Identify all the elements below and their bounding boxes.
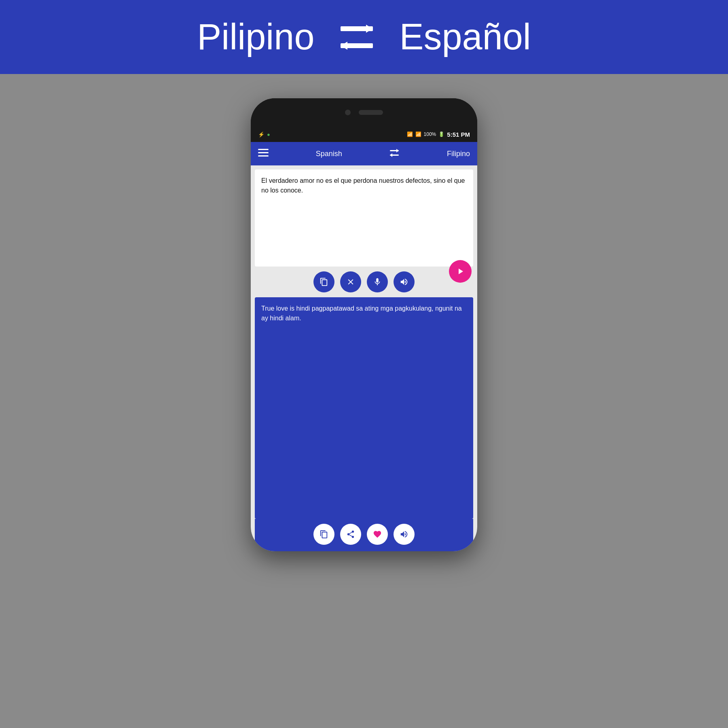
header-source-lang[interactable]: Pilipino bbox=[197, 16, 314, 58]
header-swap-icon[interactable] bbox=[339, 23, 375, 51]
clock: 5:51 PM bbox=[447, 131, 470, 138]
front-camera bbox=[345, 110, 351, 115]
speaker-input-button[interactable] bbox=[394, 271, 415, 292]
app-screen: El verdadero amor no es el que perdona n… bbox=[251, 165, 477, 551]
svg-rect-6 bbox=[258, 155, 269, 157]
toolbar-source-lang[interactable]: Spanish bbox=[316, 150, 342, 158]
translate-button[interactable] bbox=[449, 260, 472, 283]
svg-marker-3 bbox=[341, 42, 347, 50]
copy-output-button[interactable] bbox=[313, 524, 334, 545]
favorite-button[interactable] bbox=[367, 524, 388, 545]
input-action-row bbox=[251, 267, 477, 297]
header-target-lang[interactable]: Español bbox=[399, 16, 531, 58]
svg-marker-10 bbox=[390, 153, 392, 157]
input-area[interactable]: El verdadero amor no es el que perdona n… bbox=[255, 169, 473, 267]
app-toolbar: Spanish Filipino bbox=[251, 142, 477, 165]
green-circle-icon: ● bbox=[267, 131, 270, 138]
status-bar: ⚡ ● 📶 📶 100% 🔋 5:51 PM bbox=[251, 127, 477, 142]
status-right-icons: 📶 📶 100% 🔋 5:51 PM bbox=[407, 131, 470, 138]
toolbar-target-lang[interactable]: Filipino bbox=[447, 150, 470, 158]
hamburger-menu-button[interactable] bbox=[258, 148, 269, 159]
battery-label: 100% bbox=[424, 131, 436, 137]
svg-rect-5 bbox=[258, 152, 269, 153]
input-text[interactable]: El verdadero amor no es el que perdona n… bbox=[261, 176, 467, 195]
top-header: Pilipino Español bbox=[0, 0, 728, 74]
signal-icon: 📶 bbox=[415, 131, 421, 137]
phone-top-notch bbox=[251, 98, 477, 127]
battery-icon: 🔋 bbox=[438, 131, 444, 137]
ear-speaker bbox=[359, 110, 383, 115]
status-left-icons: ⚡ ● bbox=[258, 131, 270, 138]
output-area: True love is hindi pagpapatawad sa ating… bbox=[255, 297, 473, 519]
output-action-row bbox=[255, 519, 473, 551]
svg-marker-1 bbox=[366, 25, 373, 33]
toolbar-swap-button[interactable] bbox=[389, 149, 400, 159]
clear-button[interactable] bbox=[340, 271, 361, 292]
svg-rect-4 bbox=[258, 149, 269, 150]
speaker-output-button[interactable] bbox=[394, 524, 415, 545]
svg-marker-8 bbox=[396, 149, 399, 152]
usb-icon: ⚡ bbox=[258, 131, 265, 138]
output-text: True love is hindi pagpapatawad sa ating… bbox=[261, 304, 467, 323]
wifi-icon: 📶 bbox=[407, 131, 413, 137]
mic-button[interactable] bbox=[367, 271, 388, 292]
clipboard-button[interactable] bbox=[313, 271, 334, 292]
phone-device: ⚡ ● 📶 📶 100% 🔋 5:51 PM Spanish bbox=[251, 98, 477, 551]
share-button[interactable] bbox=[340, 524, 361, 545]
